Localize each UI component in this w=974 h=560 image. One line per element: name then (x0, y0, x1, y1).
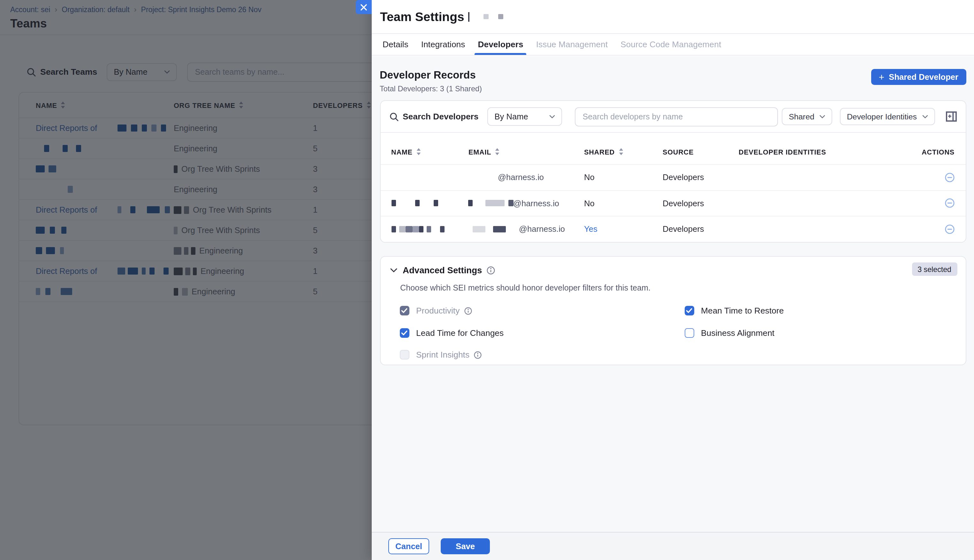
sort-icon[interactable] (417, 148, 421, 155)
redacted-block (391, 226, 396, 232)
column-header: SOURCE (663, 148, 739, 155)
checkbox-lead-time-for-changes[interactable] (400, 328, 409, 338)
developers-sort-select[interactable]: By Name (488, 107, 562, 126)
table-row[interactable]: @harness.ioNoDevelopers (380, 164, 966, 190)
shared-filter-select[interactable]: Shared (782, 108, 832, 125)
table-row[interactable]: @harness.ioNoDevelopers (380, 190, 966, 216)
shared-value: No (584, 173, 595, 182)
metric-option-mean-time-to-restore: Mean Time to Restore (684, 306, 966, 316)
remove-developer-button[interactable] (944, 198, 954, 208)
remove-developer-icon (944, 198, 954, 208)
redacted-block (399, 226, 405, 232)
shared-cell: No (584, 173, 663, 182)
check-icon (686, 308, 692, 314)
redacted-block (493, 226, 505, 232)
checkbox-business-alignment[interactable] (684, 328, 694, 338)
remove-developer-button[interactable] (944, 224, 954, 234)
column-header[interactable]: EMAIL (469, 148, 584, 155)
actions-cell (916, 198, 954, 208)
table-row[interactable]: @harness.ioYesDevelopers (380, 216, 966, 242)
developers-table-header: NAMEEMAILSHAREDSOURCEDEVELOPER IDENTITIE… (380, 132, 966, 164)
column-header-label: ACTIONS (922, 148, 954, 155)
advanced-settings-title: Advanced Settings (403, 265, 482, 275)
redacted-block (412, 226, 419, 232)
search-developers-label: Search Developers (403, 112, 479, 121)
redacted-block (508, 200, 513, 207)
remove-developer-button[interactable] (944, 172, 954, 183)
checkbox-mean-time-to-restore[interactable] (684, 306, 694, 316)
developer-records-section-header: Developer Records Total Developers: 3 (1… (380, 69, 966, 93)
metric-option-label: Productivity (416, 306, 460, 316)
column-header-label: EMAIL (469, 148, 491, 155)
advanced-settings-header[interactable]: Advanced Settings 3 selected (380, 257, 966, 275)
column-header[interactable]: NAME (391, 148, 469, 155)
source-cell: Developers (663, 198, 739, 208)
source-value: Developers (663, 225, 704, 234)
drawer-tabs: DetailsIntegrationsDevelopersIssue Manag… (372, 34, 974, 55)
info-icon[interactable] (464, 307, 472, 315)
search-developers-input[interactable] (575, 107, 778, 126)
drawer-header: Team Settings (372, 0, 974, 34)
sort-icon[interactable] (495, 148, 499, 155)
developer-email: @harness.io (498, 173, 544, 182)
source-value: Developers (663, 198, 704, 208)
actions-cell (916, 224, 954, 234)
developer-email-cell: @harness.io (469, 173, 584, 182)
redacted-block (415, 200, 419, 207)
developer-name-cell (391, 226, 469, 232)
section-title: Developer Records (380, 69, 482, 81)
metric-option-label: Business Alignment (701, 328, 774, 338)
column-header-label: SOURCE (663, 148, 694, 155)
add-column-icon (946, 111, 956, 122)
developer-identities-filter-value: Developer Identities (847, 112, 917, 121)
developers-sort-value: By Name (495, 112, 528, 121)
check-icon (401, 330, 407, 336)
column-header: DEVELOPER IDENTITIES (739, 148, 916, 155)
source-cell: Developers (663, 173, 739, 182)
metric-option-label: Lead Time for Changes (416, 328, 504, 338)
drawer-title: Team Settings (380, 9, 464, 24)
tab-integrations[interactable]: Integrations (421, 34, 465, 55)
drawer-body: Developer Records Total Developers: 3 (1… (372, 56, 974, 532)
developer-name-cell (391, 200, 469, 207)
remove-developer-icon (944, 172, 954, 183)
tab-developers[interactable]: Developers (478, 34, 523, 55)
developers-table-body: @harness.ioNoDevelopers@harness.ioNoDeve… (380, 164, 966, 242)
redacted-block (484, 14, 489, 19)
screen: Account: sei›Organization: default›Proje… (0, 0, 974, 560)
shared-developer-button[interactable]: + Shared Developer (871, 69, 966, 85)
plus-icon: + (879, 72, 885, 82)
tab-issue-management: Issue Management (536, 34, 608, 55)
search-icon (389, 112, 398, 121)
shared-filter-value: Shared (789, 112, 814, 121)
actions-cell (916, 172, 954, 183)
tab-source-code-management: Source Code Management (620, 34, 721, 55)
metric-option-label: Sprint Insights (416, 350, 469, 360)
shared-developer-button-label: Shared Developer (889, 72, 958, 82)
shared-value: No (584, 198, 595, 208)
redacted-block (419, 226, 423, 232)
column-header-label: SHARED (584, 148, 615, 155)
metric-option-sprint-insights: Sprint Insights (400, 350, 684, 360)
chevron-down-icon (550, 115, 555, 118)
save-button[interactable]: Save (441, 538, 490, 554)
drawer-footer: Cancel Save (372, 532, 974, 560)
developer-identities-filter-select[interactable]: Developer Identities (840, 108, 935, 125)
column-settings-button[interactable] (946, 111, 956, 122)
developer-email-cell: @harness.io (469, 198, 584, 208)
chevron-down-icon (819, 115, 825, 118)
close-icon (360, 3, 367, 10)
sort-icon[interactable] (619, 148, 623, 155)
shared-cell: Yes (584, 225, 663, 234)
info-icon[interactable] (486, 266, 495, 274)
redacted-block (485, 200, 504, 207)
close-button[interactable] (356, 0, 372, 14)
check-icon (401, 308, 407, 314)
advanced-settings-card: Advanced Settings 3 selected Choose whic… (380, 256, 966, 365)
column-header[interactable]: SHARED (584, 148, 663, 155)
tab-details[interactable]: Details (383, 34, 409, 55)
info-icon[interactable] (474, 351, 482, 359)
cancel-button[interactable]: Cancel (388, 538, 429, 554)
column-header-label: NAME (391, 148, 413, 155)
redacted-block (498, 14, 503, 19)
